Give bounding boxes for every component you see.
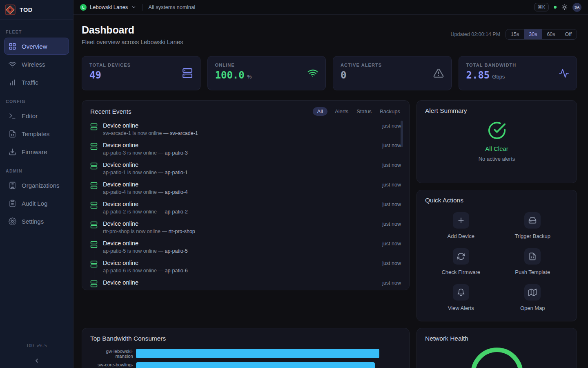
sidebar-footer: TOD v9.5 <box>0 343 73 368</box>
quick-action-label: Push Template <box>515 269 550 275</box>
topbar-divider <box>142 4 143 11</box>
event-title: Device online <box>103 260 188 266</box>
connection-status-dot <box>554 6 557 9</box>
org-avatar: L <box>80 4 87 11</box>
sidebar-item-organizations[interactable]: Organizations <box>4 177 69 194</box>
plus-icon <box>457 216 465 224</box>
bandwidth-title: Top Bandwidth Consumers <box>90 335 401 342</box>
alert-triangle-icon <box>433 68 444 79</box>
event-row: Device onlineap-patio-5 is now online — … <box>90 238 401 257</box>
stat-card-total-bandwidth: TOTAL BANDWIDTH2.85Gbps <box>459 56 577 90</box>
sidebar-item-wireless[interactable]: Wireless <box>4 56 69 73</box>
quick-actions-grid: Add DeviceTrigger BackupCheck FirmwarePu… <box>425 212 568 311</box>
sidebar-item-overview[interactable]: Overview <box>4 38 69 55</box>
event-title: Device online <box>103 181 188 188</box>
sidebar-item-templates[interactable]: Templates <box>4 125 69 142</box>
event-device-name: sw-arcade-1 <box>170 130 198 136</box>
event-filter-status[interactable]: Status <box>356 107 372 116</box>
updated-timestamp: Updated 02:00:14 PM <box>450 31 500 37</box>
event-device-name: rtr-pro-shop <box>168 229 195 234</box>
health-gauge-ring: 100 <box>471 348 523 368</box>
page-subtitle: Fleet overview across Lebowski Lanes <box>82 39 183 45</box>
refresh-option-30s[interactable]: 30s <box>524 29 542 39</box>
quick-action-add-device[interactable]: Add Device <box>448 212 474 239</box>
bar-chart-icon <box>9 79 16 86</box>
theme-toggle-button[interactable] <box>561 4 568 10</box>
event-description: sw-arcade-1 is now online — sw-arcade-1 <box>103 130 198 136</box>
refresh-controls: Updated 02:00:14 PM 15s30s60sOff <box>450 29 577 40</box>
sidebar-item-label: Audit Log <box>22 200 47 207</box>
sidebar-item-editor[interactable]: Editor <box>4 107 69 124</box>
device-server-icon <box>90 221 98 229</box>
sidebar-item-label: Organizations <box>22 182 60 189</box>
alert-detail-text: No active alerts <box>479 156 515 162</box>
event-filter-alerts[interactable]: Alerts <box>334 107 349 116</box>
event-device-name: ap-patio-2 <box>165 209 187 215</box>
event-timestamp: just now <box>382 240 401 247</box>
nav-section-label-config: CONFIG <box>6 99 67 104</box>
sidebar-item-traffic[interactable]: Traffic <box>4 74 69 91</box>
page-content: Dashboard Fleet overview across Lebowski… <box>74 15 588 368</box>
quick-action-trigger-backup[interactable]: Trigger Backup <box>514 212 550 239</box>
quick-action-label: Add Device <box>448 233 474 239</box>
sidebar-item-label: Editor <box>22 112 38 119</box>
activity-icon <box>559 68 569 79</box>
stat-unit: Gbps <box>492 74 505 80</box>
quick-action-open-map[interactable]: Open Map <box>520 284 545 311</box>
event-filter-all[interactable]: All <box>313 107 327 116</box>
clipboard-icon <box>9 200 16 207</box>
middle-grid: Recent Events AllAlertsStatusBackups Dev… <box>82 100 577 321</box>
bandwidth-row-sw-core-bowling-alley: sw-core-bowling-alley <box>90 362 401 368</box>
refresh-icon <box>457 252 465 260</box>
bandwidth-row-gw-lebowski-mansion: gw-lebowski-mansion <box>90 349 401 358</box>
stat-label: ACTIVE ALERTS <box>341 63 444 67</box>
event-title: Device online <box>103 279 138 286</box>
sidebar-item-label: Wireless <box>22 61 45 68</box>
event-row: Device onlineap-patio-3 is now online — … <box>90 139 401 159</box>
event-description: ap-patio-6 is now online — ap-patio-6 <box>103 268 188 274</box>
event-description: ap-patio-2 is now online — ap-patio-2 <box>103 209 188 215</box>
wifi-icon <box>9 61 16 68</box>
event-title: Device online <box>103 220 195 227</box>
quick-action-check-firmware[interactable]: Check Firmware <box>441 248 480 275</box>
stat-label: TOTAL BANDWIDTH <box>466 63 570 67</box>
file-code-icon <box>528 252 537 260</box>
bandwidth-bar <box>136 362 375 368</box>
recent-events-panel: Recent Events AllAlertsStatusBackups Dev… <box>82 100 410 290</box>
event-title: Device online <box>103 201 188 207</box>
event-description: rtr-pro-shop is now online — rtr-pro-sho… <box>103 229 195 234</box>
org-switcher[interactable]: L Lebowski Lanes <box>80 4 136 11</box>
chevron-down-icon <box>131 4 136 10</box>
scrollbar-thumb[interactable] <box>401 121 403 147</box>
command-palette-button[interactable]: ⌘K <box>534 3 549 11</box>
app-brand: TOD <box>0 0 73 20</box>
refresh-option-15s[interactable]: 15s <box>506 29 524 39</box>
sidebar-item-audit-log[interactable]: Audit Log <box>4 195 69 212</box>
sidebar-item-label: Firmware <box>22 148 47 155</box>
bandwidth-bars: gw-lebowski-mansionsw-core-bowling-alley <box>90 349 401 368</box>
refresh-interval-segmented: 15s30s60sOff <box>506 29 577 40</box>
refresh-option-off[interactable]: Off <box>560 29 577 39</box>
event-device-name: ap-patio-4 <box>165 189 187 195</box>
stat-card-total-devices: TOTAL DEVICES49 <box>82 56 200 90</box>
check-circle-icon <box>488 121 506 140</box>
building-icon <box>9 182 16 189</box>
app-name: TOD <box>20 7 33 13</box>
quick-action-view-alerts[interactable]: View Alerts <box>448 284 474 311</box>
refresh-option-60s[interactable]: 60s <box>542 29 560 39</box>
quick-action-push-template[interactable]: Push Template <box>515 248 550 275</box>
sidebar-item-settings[interactable]: Settings <box>4 213 69 230</box>
sidebar-item-firmware[interactable]: Firmware <box>4 143 69 160</box>
event-filter-backups[interactable]: Backups <box>379 107 401 116</box>
user-avatar[interactable]: SA <box>572 3 581 12</box>
event-timestamp: just now <box>382 142 401 148</box>
quick-action-label: Trigger Backup <box>514 233 550 239</box>
event-row: Device onlinejust now <box>90 277 401 290</box>
event-row: Device onlinertr-pro-shop is now online … <box>90 218 401 238</box>
event-timestamp: just now <box>382 201 401 207</box>
bottom-grid: Top Bandwidth Consumers gw-lebowski-mans… <box>82 328 577 368</box>
device-server-icon <box>90 182 98 190</box>
app-root: TOD FLEETOverviewWirelessTrafficCONFIGEd… <box>0 0 588 368</box>
main-area: L Lebowski Lanes All systems nominal ⌘K … <box>74 0 588 368</box>
sidebar-collapse-button[interactable] <box>33 357 40 364</box>
